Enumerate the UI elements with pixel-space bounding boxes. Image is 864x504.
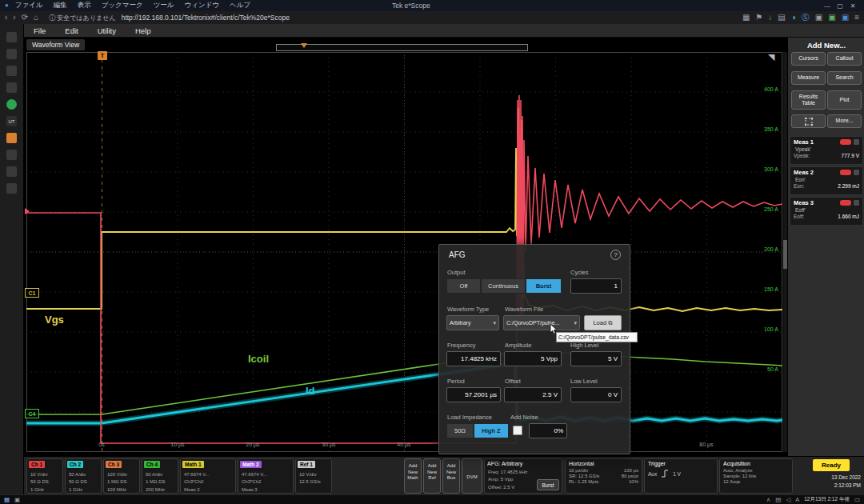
trigger-position-flag[interactable]: T	[98, 51, 107, 60]
acquisition-badge[interactable]: Acquisition Auto, Analyze Sample: 12 bit…	[719, 458, 793, 494]
dvm-button[interactable]: DVM	[462, 458, 482, 494]
green-app-panel-icon[interactable]	[6, 99, 17, 110]
frequency-input[interactable]: 17.4825 kHz	[446, 351, 501, 366]
ch1-ground-marker[interactable]: C1	[25, 288, 39, 298]
maximize-icon[interactable]: ▢	[834, 2, 846, 10]
acquisition-minimap[interactable]	[276, 44, 528, 51]
address-bar[interactable]: http://192.168.0.101/Tektronix#/client/c…	[122, 14, 290, 22]
waveform-view-tab[interactable]: Waveform View	[26, 39, 85, 50]
add-new-ref-button[interactable]: Add New Ref	[423, 458, 441, 494]
menu-tools-jp[interactable]: ツール	[154, 1, 174, 10]
add-new-math-button[interactable]: Add New Math	[404, 458, 422, 494]
cursors-button[interactable]: Cursors	[791, 52, 826, 66]
capture-icon[interactable]: ▣	[815, 14, 822, 22]
offset-input[interactable]: 2.5 V	[504, 387, 562, 402]
ch4-badge[interactable]: Ch 4 50 A/div1 MΩ DS200 MHz	[142, 458, 178, 494]
measure-button[interactable]: Measure	[791, 71, 826, 85]
horizontal-badge[interactable]: Horizontal 10 µs/div100 µs SR: 12.5 GS/s…	[565, 458, 642, 494]
green-app-icon[interactable]: ▣	[828, 14, 835, 22]
id-callout-label[interactable]: Id	[306, 385, 315, 397]
noise-percent-input[interactable]: 0%	[529, 423, 567, 438]
meas2-badge[interactable]: Meas 2 Eon' Eon:2.299 mJ	[790, 166, 863, 195]
impedance-highz-button[interactable]: High Z	[474, 423, 509, 438]
panel-icon[interactable]	[6, 166, 17, 177]
network-icon[interactable]: ▤	[775, 497, 781, 503]
waveform-file-dropdown[interactable]: C:/QorvoDPT/pulse...▾	[503, 315, 580, 330]
ch1-level-marker[interactable]	[25, 208, 30, 214]
ch2-badge[interactable]: Ch 2 50 A/div50 Ω DS1 GHz	[65, 458, 102, 494]
results-table-button[interactable]: Results Table	[791, 90, 826, 110]
ut-panel-icon[interactable]: UT	[6, 116, 17, 126]
load-button[interactable]: Load ⧉	[584, 315, 622, 330]
more-button[interactable]: More...	[827, 114, 862, 128]
home-icon[interactable]: ⌂	[34, 14, 38, 22]
panel-icon[interactable]	[6, 150, 17, 160]
ref1-badge[interactable]: Ref 1 10 V/div12.5 GS/s	[295, 458, 332, 494]
panel-icon[interactable]	[6, 49, 17, 59]
panel-icon[interactable]	[6, 66, 17, 76]
panel-icon[interactable]	[6, 82, 17, 93]
menu-view-jp[interactable]: 表示	[78, 1, 91, 10]
start-icon[interactable]: ▦	[4, 497, 10, 503]
graticule-canvas[interactable]	[26, 52, 782, 452]
menu-file-jp[interactable]: ファイル	[15, 1, 43, 10]
browser-menu-icon[interactable]: ≡	[854, 14, 859, 22]
scope-menu-file[interactable]: File	[34, 26, 46, 35]
add-new-bus-button[interactable]: Add New Bus	[442, 458, 460, 494]
search-button[interactable]: Search	[827, 71, 862, 85]
high-level-input[interactable]: 5 V	[570, 351, 622, 366]
meas1-badge[interactable]: Meas 1 Vpeak' Vpeak:777.9 V	[790, 136, 863, 165]
close-icon[interactable]: ✕	[846, 2, 859, 10]
scope-menu-utility[interactable]: Utility	[98, 26, 116, 35]
orange-panel-icon[interactable]	[6, 133, 17, 143]
ch4-ground-marker[interactable]: C4	[25, 409, 39, 418]
scope-menu-help[interactable]: Help	[135, 26, 151, 35]
theme-icon[interactable]: ◑	[791, 14, 796, 22]
afg-badge[interactable]: AFG: Arbitrary Freq: 17.4825 kHzAmp: 5 V…	[484, 458, 562, 494]
trigger-badge[interactable]: Trigger Aux 1 V	[644, 458, 718, 494]
menu-window-jp[interactable]: ウィンドウ	[185, 1, 220, 10]
minimap-trigger-marker[interactable]	[301, 43, 307, 48]
account-icon[interactable]: Ⓢ	[802, 14, 810, 22]
notification-icon[interactable]: ▭	[854, 497, 860, 503]
download-icon[interactable]: ↓	[768, 14, 772, 22]
output-continuous-button[interactable]: Continuous	[481, 278, 526, 294]
forward-icon[interactable]: ›	[13, 14, 15, 22]
tray-chevron-icon[interactable]: ∧	[766, 497, 771, 503]
help-icon[interactable]: ?	[610, 250, 621, 260]
vgs-callout-label[interactable]: Vgs	[45, 314, 64, 326]
minimize-icon[interactable]: —	[821, 2, 834, 10]
taskbar-app-icon[interactable]: ▣	[14, 497, 20, 503]
waveform-type-dropdown[interactable]: Arbitrary▾	[446, 315, 499, 330]
panel-icon[interactable]	[6, 32, 17, 42]
ime-icon[interactable]: A	[795, 497, 799, 503]
low-level-input[interactable]: 0 V	[570, 387, 622, 402]
menu-bookmarks-jp[interactable]: ブックマーク	[102, 1, 143, 10]
dotted-box-button[interactable]	[791, 114, 826, 128]
panel-icon[interactable]	[6, 183, 17, 194]
impedance-50ohm-button[interactable]: 50Ω	[446, 423, 474, 438]
output-off-button[interactable]: Off	[446, 278, 481, 294]
cycles-input[interactable]: 1	[570, 278, 622, 294]
plot-button[interactable]: Plot	[827, 90, 862, 110]
menu-edit-jp[interactable]: 編集	[54, 1, 67, 10]
ch1-badge[interactable]: Ch 1 10 V/div50 Ω DS1 GHz	[26, 458, 63, 494]
bookmark-flag-icon[interactable]: ⚑	[755, 14, 762, 22]
output-burst-button[interactable]: Burst	[526, 278, 562, 294]
taskbar-clock[interactable]: 12月13日 2:12 午後	[804, 496, 850, 503]
afg-burst-button[interactable]: Burst	[537, 479, 559, 490]
blue-app-icon[interactable]: ▣	[842, 14, 849, 22]
ch3-badge[interactable]: Ch 3 100 V/div1 MΩ DS100 MHz	[103, 458, 140, 494]
volume-icon[interactable]: ◁	[786, 497, 790, 503]
add-noise-checkbox[interactable]	[513, 426, 522, 435]
math1-badge[interactable]: Math 1 47.6674 V...Ch3*Ch2Meas 2	[180, 458, 236, 494]
period-input[interactable]: 57.2001 µs	[446, 387, 501, 402]
extensions-icon[interactable]: ▤	[778, 14, 785, 22]
scope-menu-edit[interactable]: Edit	[65, 26, 78, 35]
meas3-badge[interactable]: Meas 3 Eoff' Eoff:1.660 mJ	[790, 197, 863, 226]
back-icon[interactable]: ‹	[5, 14, 7, 22]
apps-grid-icon[interactable]: ▦	[742, 14, 750, 22]
menu-help-jp[interactable]: ヘルプ	[230, 1, 250, 10]
amplitude-input[interactable]: 5 Vpp	[504, 351, 562, 366]
callout-button[interactable]: Callout	[827, 52, 862, 66]
